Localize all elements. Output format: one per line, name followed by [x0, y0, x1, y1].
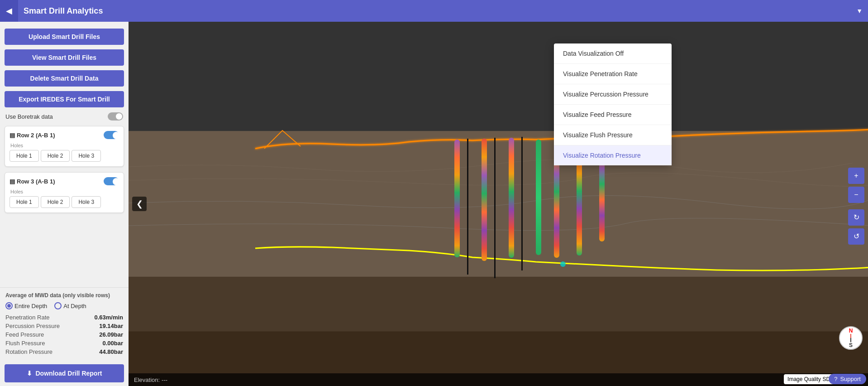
stat-row-feed: Feed Pressure 26.09bar [5, 330, 123, 339]
app-header: ◀ Smart Drill Analytics ▼ [0, 0, 868, 22]
elevation-label: Elevation: [134, 376, 160, 383]
dropdown-item-penetration[interactable]: Visualize Penetration Rate [554, 64, 672, 84]
svg-rect-9 [521, 137, 523, 270]
svg-rect-10 [536, 140, 541, 255]
download-icon: ⬇ [27, 370, 32, 377]
row-2-holes-label: Holes [10, 143, 119, 148]
support-icon: ? [834, 376, 837, 382]
svg-rect-4 [454, 140, 460, 257]
stat-row-percussion: Percussion Pressure 19.14bar [5, 322, 123, 330]
dropdown-item-feed[interactable]: Visualize Feed Pressure [554, 105, 672, 125]
stat-label-feed: Feed Pressure [5, 331, 44, 338]
dropdown-item-percussion[interactable]: Visualize Percussion Pressure [554, 84, 672, 105]
dropdown-item-flush[interactable]: Visualize Flush Pressure [554, 125, 672, 145]
row-3-hole-2[interactable]: Hole 2 [41, 196, 70, 208]
elevation-value: --- [162, 376, 167, 383]
zoom-in-button[interactable]: + [848, 168, 864, 184]
stat-label-rotation: Rotation Pressure [5, 348, 52, 355]
stat-row-penetration: Penetration Rate 0.63m/min [5, 313, 123, 322]
compass-n: N [849, 328, 853, 334]
upload-smart-drill-button[interactable]: Upload Smart Drill Files [5, 29, 124, 45]
main-viewport: ❮ + − ↻ ↺ N S Elevation: --- Image Quali… [129, 22, 868, 386]
delete-smart-drill-button[interactable]: Delete Smart Drill Data [5, 70, 124, 87]
row-3-card: ▤ Row 3 (A-B 1) Holes Hole 1 Hole 2 Hole… [5, 172, 124, 213]
stat-label-flush: Flush Pressure [5, 340, 45, 347]
row-2-holes-list: Hole 1 Hole 2 Hole 3 [10, 150, 119, 162]
row-2-hole-1[interactable]: Hole 1 [10, 150, 39, 162]
nav-arrow-left[interactable]: ❮ [132, 197, 147, 211]
back-button[interactable]: ◀ [0, 0, 18, 22]
support-button[interactable]: ? Support [829, 374, 866, 384]
compass-s: S [849, 342, 853, 348]
depth-radio-group: Entire Depth At Depth [5, 302, 123, 309]
entire-depth-radio-circle [5, 302, 13, 309]
stat-label-penetration: Penetration Rate [5, 314, 50, 321]
elevation-bar: Elevation: --- [129, 373, 868, 386]
stat-row-rotation: Rotation Pressure 44.80bar [5, 347, 123, 356]
row-2-card: ▤ Row 2 (A-B 1) Holes Hole 1 Hole 2 Hole… [5, 126, 124, 167]
compass: N S [839, 326, 863, 350]
terrain-svg [129, 22, 868, 386]
stats-section: Average of MWD data (only visible rows) … [0, 287, 129, 361]
image-quality-label: Image Quality SD [787, 376, 830, 382]
rotate-cw-button[interactable]: ↻ [848, 209, 864, 226]
dropdown-item-rotation[interactable]: Visualize Rotation Pressure [554, 145, 672, 165]
stat-value-percussion: 19.14bar [99, 323, 123, 329]
row-3-holes-label: Holes [10, 189, 119, 194]
rotate-ccw-button[interactable]: ↺ [848, 228, 864, 245]
svg-rect-6 [482, 139, 487, 261]
stat-row-flush: Flush Pressure 0.00bar [5, 339, 123, 347]
use-boretrak-row: Use Boretrak data [0, 110, 129, 123]
use-boretrak-label: Use Boretrak data [5, 113, 53, 120]
stat-value-feed: 26.09bar [99, 331, 123, 338]
view-smart-drill-button[interactable]: View Smart Drill Files [5, 49, 124, 66]
export-iredes-button[interactable]: Export IREDES For Smart Drill [5, 91, 124, 107]
row-3-header: ▤ Row 3 (A-B 1) [10, 177, 119, 185]
row-2-hole-2[interactable]: Hole 2 [41, 150, 70, 162]
stat-value-flush: 0.00bar [102, 340, 123, 347]
support-label: Support [840, 376, 861, 382]
row-2-header: ▤ Row 2 (A-B 1) [10, 131, 119, 139]
compass-needle [850, 334, 851, 342]
terrain-background [129, 22, 868, 386]
row-2-toggle[interactable] [104, 131, 119, 139]
visualization-dropdown-menu: Data Visualization Off Visualize Penetra… [554, 43, 672, 165]
stat-label-percussion: Percussion Pressure [5, 323, 60, 329]
zoom-out-button[interactable]: − [848, 187, 864, 203]
stats-title: Average of MWD data (only visible rows) [5, 292, 123, 299]
entire-depth-radio[interactable]: Entire Depth [5, 302, 47, 309]
row-2-title: ▤ Row 2 (A-B 1) [10, 132, 55, 139]
svg-point-14 [560, 261, 566, 267]
at-depth-radio[interactable]: At Depth [54, 302, 86, 309]
svg-rect-7 [494, 138, 496, 278]
dropdown-item-off[interactable]: Data Visualization Off [554, 43, 672, 64]
sidebar: Upload Smart Drill Files View Smart Dril… [0, 22, 129, 386]
row-3-holes-list: Hole 1 Hole 2 Hole 3 [10, 196, 119, 208]
svg-rect-5 [467, 139, 468, 275]
header-dropdown-icon[interactable]: ▼ [856, 7, 868, 14]
row-3-hole-1[interactable]: Hole 1 [10, 196, 39, 208]
svg-rect-0 [129, 22, 868, 131]
download-drill-report-button[interactable]: ⬇ Download Drill Report [5, 364, 124, 382]
at-depth-radio-circle [54, 302, 62, 309]
row-2-hole-3[interactable]: Hole 3 [72, 150, 101, 162]
stat-value-rotation: 44.80bar [99, 348, 123, 355]
svg-rect-8 [509, 138, 514, 258]
row-3-hole-3[interactable]: Hole 3 [72, 196, 101, 208]
map-controls: + − ↻ ↺ [848, 168, 864, 245]
app-title: Smart Drill Analytics [18, 6, 856, 16]
use-boretrak-toggle[interactable] [108, 112, 123, 121]
row-2-icon: ▤ [10, 132, 15, 139]
row-3-icon: ▤ [10, 178, 15, 185]
row-3-title: ▤ Row 3 (A-B 1) [10, 178, 55, 185]
row-3-toggle[interactable] [104, 177, 119, 185]
stat-value-penetration: 0.63m/min [94, 314, 123, 321]
